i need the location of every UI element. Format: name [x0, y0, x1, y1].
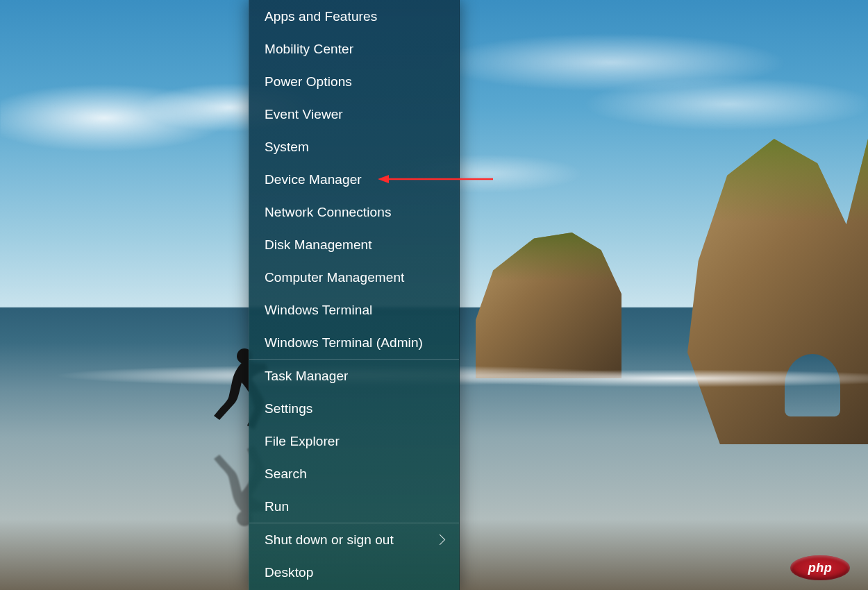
menu-item-mobility-center[interactable]: Mobility Center [249, 33, 459, 65]
menu-item-label: Task Manager [265, 369, 349, 384]
menu-item-label: Computer Management [265, 270, 405, 285]
menu-item-apps-and-features[interactable]: Apps and Features [249, 0, 459, 33]
menu-item-label: Power Options [265, 74, 352, 90]
menu-item-task-manager[interactable]: Task Manager [249, 360, 459, 392]
menu-item-file-explorer[interactable]: File Explorer [249, 425, 459, 457]
menu-item-shut-down-or-sign-out[interactable]: Shut down or sign out [249, 523, 459, 556]
menu-item-label: Desktop [265, 565, 313, 580]
menu-item-power-options[interactable]: Power Options [249, 65, 459, 98]
winx-menu[interactable]: Apps and Features Mobility Center Power … [249, 0, 460, 590]
menu-item-label: Windows Terminal [265, 303, 372, 318]
menu-item-label: Event Viewer [265, 107, 343, 122]
menu-item-windows-terminal-admin[interactable]: Windows Terminal (Admin) [249, 326, 459, 359]
menu-item-label: Run [265, 499, 289, 514]
menu-item-network-connections[interactable]: Network Connections [249, 196, 459, 228]
menu-item-run[interactable]: Run [249, 490, 459, 523]
menu-item-settings[interactable]: Settings [249, 392, 459, 425]
menu-item-system[interactable]: System [249, 130, 459, 163]
menu-item-device-manager[interactable]: Device Manager [249, 163, 459, 196]
menu-item-label: Network Connections [265, 205, 391, 220]
menu-item-label: Apps and Features [265, 9, 377, 24]
menu-item-label: File Explorer [265, 434, 340, 449]
menu-item-label: Device Manager [265, 172, 362, 187]
menu-item-disk-management[interactable]: Disk Management [249, 228, 459, 261]
menu-item-desktop[interactable]: Desktop [249, 556, 459, 589]
menu-item-label: Search [265, 466, 307, 482]
menu-item-computer-management[interactable]: Computer Management [249, 261, 459, 294]
chevron-right-icon [435, 534, 446, 546]
menu-item-windows-terminal[interactable]: Windows Terminal [249, 294, 459, 326]
menu-item-label: Mobility Center [265, 42, 353, 57]
menu-item-label: Disk Management [265, 237, 372, 253]
menu-item-event-viewer[interactable]: Event Viewer [249, 98, 459, 130]
menu-item-search[interactable]: Search [249, 457, 459, 490]
watermark-text: php [808, 561, 833, 575]
menu-item-label: Settings [265, 401, 312, 416]
menu-item-label: Shut down or sign out [265, 532, 394, 548]
watermark-badge: php [790, 555, 850, 580]
menu-item-label: System [265, 140, 309, 155]
menu-item-label: Windows Terminal (Admin) [265, 335, 423, 351]
